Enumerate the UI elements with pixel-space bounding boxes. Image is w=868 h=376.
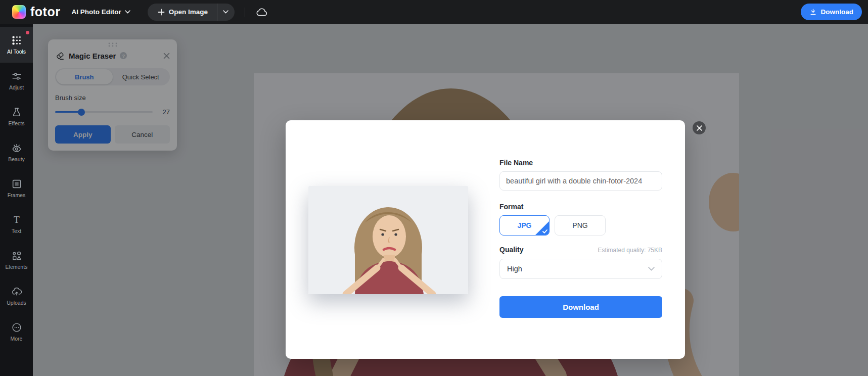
open-image-menu-button[interactable] [217, 4, 235, 21]
more-icon [11, 322, 22, 333]
open-image-split-button: Open Image [148, 4, 235, 21]
elements-icon [11, 250, 22, 261]
chevron-down-icon [648, 267, 655, 271]
app-menu-label: AI Photo Editor [71, 8, 121, 16]
sidebar-item-label: Frames [8, 192, 26, 198]
open-image-button[interactable]: Open Image [148, 4, 217, 21]
sidebar-item-label: Text [12, 228, 21, 234]
sidebar: AI Tools Adjust Effects Beauty [0, 24, 33, 376]
sidebar-item-elements[interactable]: Elements [0, 242, 33, 278]
modal-close-button[interactable] [693, 121, 706, 134]
beauty-icon [11, 143, 22, 154]
fotor-editor-app: fotor AI Photo Editor Open Image Downloa… [0, 0, 868, 376]
notification-dot [26, 31, 29, 34]
sidebar-item-more[interactable]: More [0, 314, 33, 350]
sidebar-item-frames[interactable]: Frames [0, 170, 33, 206]
format-option-png[interactable]: PNG [555, 215, 606, 236]
chevron-down-icon [125, 10, 130, 14]
ai-tools-icon [11, 35, 22, 46]
topbar: fotor AI Photo Editor Open Image Downloa… [0, 0, 868, 24]
chevron-down-icon [223, 10, 229, 14]
file-name-label: File Name [499, 159, 662, 167]
editor-workspace: Magic Eraser ? Brush Quick Select Brush … [33, 24, 868, 376]
format-option-jpg[interactable]: JPG [499, 215, 550, 236]
sidebar-item-ai-tools[interactable]: AI Tools [0, 27, 33, 63]
quality-dropdown[interactable]: High [499, 259, 662, 279]
quality-label: Quality [499, 246, 523, 254]
sidebar-item-label: More [11, 336, 23, 342]
svg-text:T: T [14, 214, 20, 225]
text-icon: T [11, 214, 22, 225]
app-menu[interactable]: AI Photo Editor [71, 8, 130, 16]
open-image-label: Open Image [169, 8, 208, 16]
sidebar-item-label: Uploads [7, 300, 26, 306]
estimated-quality-text: Estimated quality: 75KB [598, 247, 662, 254]
close-icon [697, 125, 702, 131]
check-icon [542, 229, 547, 233]
topbar-download-button[interactable]: Download [801, 4, 862, 20]
frames-icon [11, 178, 22, 190]
fotor-logo-text: fotor [30, 6, 60, 18]
sidebar-item-adjust[interactable]: Adjust [0, 63, 33, 99]
quality-selected-value: High [507, 265, 522, 273]
sidebar-item-text[interactable]: T Text [0, 206, 33, 242]
plus-icon [158, 9, 165, 16]
download-icon [809, 8, 817, 16]
file-name-input[interactable] [499, 171, 662, 191]
export-preview-image [308, 186, 468, 294]
fotor-logo-icon [12, 5, 26, 19]
sidebar-item-label: Beauty [8, 156, 25, 162]
modal-download-button[interactable]: Download [499, 296, 662, 318]
sidebar-item-effects[interactable]: Effects [0, 99, 33, 134]
topbar-divider [245, 8, 245, 17]
effects-icon [11, 107, 22, 118]
sidebar-item-label: Elements [6, 264, 28, 270]
download-modal: File Name Format JPG PNG Quality Estimat [286, 120, 685, 359]
adjust-icon [11, 71, 22, 82]
topbar-download-label: Download [821, 8, 854, 16]
format-label: Format [499, 203, 662, 211]
cloud-icon [255, 7, 268, 17]
fotor-logo[interactable]: fotor [12, 5, 60, 19]
sidebar-item-label: Adjust [9, 84, 24, 90]
sidebar-item-label: Effects [9, 120, 25, 126]
cloud-sync-button[interactable] [255, 7, 268, 17]
sidebar-item-label: AI Tools [7, 49, 26, 55]
uploads-icon [11, 286, 22, 297]
sidebar-item-beauty[interactable]: Beauty [0, 134, 33, 170]
sidebar-item-uploads[interactable]: Uploads [0, 278, 33, 314]
